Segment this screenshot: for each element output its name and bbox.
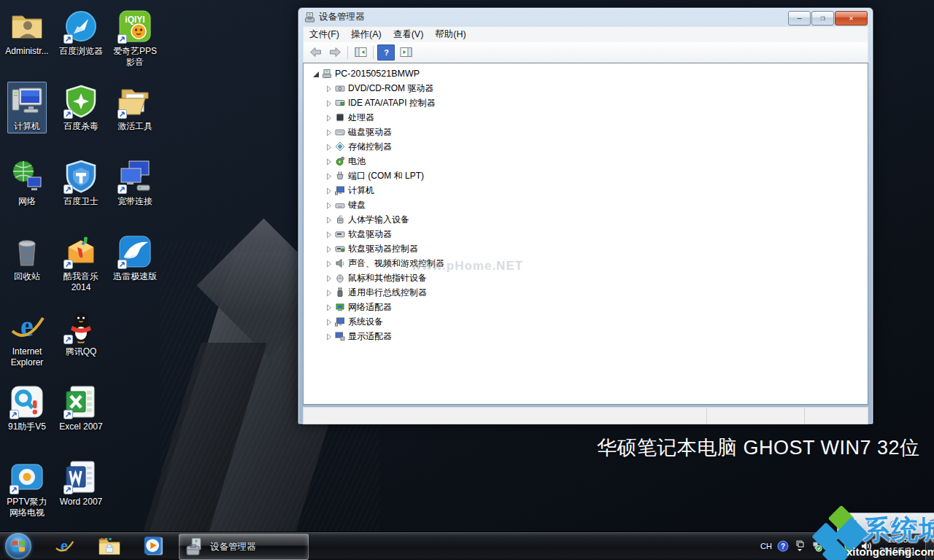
desktop-icon-excel[interactable]: Excel 2007 xyxy=(54,378,108,454)
tree-item-label[interactable]: DVD/CD-ROM 驱动器 xyxy=(348,82,433,95)
expander-collapsed-icon[interactable] xyxy=(325,187,333,194)
desktop-icon-iqiyi-pps[interactable]: iQIYI爱奇艺PPS影音 xyxy=(108,3,162,78)
tree-item-label[interactable]: 处理器 xyxy=(348,112,374,124)
desktop-icon-kuwo-music[interactable]: 酷我音乐 2014 xyxy=(54,228,108,303)
menu-item-2[interactable]: 查看(V) xyxy=(387,27,430,42)
tree-item-label[interactable]: 计算机 xyxy=(348,184,374,197)
usb-safely-remove-icon[interactable] xyxy=(811,540,822,552)
tree-row-cpu[interactable]: 处理器 xyxy=(304,110,868,125)
tree-row-floppy-ctrl[interactable]: 软盘驱动器控制器 xyxy=(304,241,868,256)
taskbar-explorer-icon[interactable] xyxy=(98,535,121,557)
tree-item-label[interactable]: 鼠标和其他指针设备 xyxy=(348,272,427,284)
tree-row-ports[interactable]: 端口 (COM 和 LPT) xyxy=(304,168,868,183)
desktop-icon-computer[interactable]: 计算机 xyxy=(0,78,54,153)
back-button[interactable] xyxy=(306,44,324,61)
tree-item-label[interactable]: 存储控制器 xyxy=(348,141,392,153)
expander-collapsed-icon[interactable] xyxy=(325,85,333,92)
tree-row-keyboard[interactable]: 键盘 xyxy=(304,198,868,212)
desktop-icon-baidu-browser[interactable]: 百度浏览器 xyxy=(54,3,108,78)
tree-row-root[interactable]: PC-20150521BMWP xyxy=(304,66,868,81)
pencil-icon[interactable]: ✎ xyxy=(909,518,919,529)
expander-collapsed-icon[interactable] xyxy=(325,143,333,150)
tree-item-label[interactable]: IDE ATA/ATAPI 控制器 xyxy=(348,97,436,109)
language-indicator[interactable]: CH xyxy=(760,542,772,551)
taskbar-active-task-device-manager[interactable]: 设备管理器 xyxy=(179,534,309,560)
expander-expanded-icon[interactable] xyxy=(312,70,320,77)
help-button[interactable]: ? xyxy=(377,44,395,61)
security-shield-red-icon[interactable] xyxy=(827,540,839,552)
tree-item-label[interactable]: 端口 (COM 和 LPT) xyxy=(348,170,424,182)
tree-row-disk[interactable]: 磁盘驱动器 xyxy=(304,125,868,139)
tree-row-hid[interactable]: 人体学输入设备 xyxy=(304,212,868,227)
desktop-icon-user-folder[interactable]: Administr... xyxy=(0,3,54,78)
expander-collapsed-icon[interactable] xyxy=(325,260,333,267)
expander-collapsed-icon[interactable] xyxy=(325,128,333,136)
tray-clock[interactable]: 15:45 2015/5/21 xyxy=(871,534,924,556)
ime-help-icon[interactable]: ? xyxy=(777,540,789,552)
expander-collapsed-icon[interactable] xyxy=(325,318,333,325)
desktop-icon-pptv[interactable]: PPTV聚力 网络电视 xyxy=(0,454,54,529)
chinese-mode-icon[interactable]: 中 xyxy=(867,518,878,529)
smiley-icon[interactable]: ☺ xyxy=(888,518,899,529)
tree-row-storage-ctrl[interactable]: 存储控制器 xyxy=(304,139,868,154)
taskbar-ie-icon[interactable]: e xyxy=(53,535,76,557)
tree-item-label[interactable]: 软盘驱动器 xyxy=(348,228,392,241)
expander-collapsed-icon[interactable] xyxy=(325,303,333,311)
expander-collapsed-icon[interactable] xyxy=(325,99,333,106)
desktop-icon-thunder[interactable]: 迅雷极速版 xyxy=(108,228,162,303)
tree-row-net-adapter[interactable]: 网络适配器 xyxy=(304,300,868,314)
tree-item-label[interactable]: 电池 xyxy=(348,155,366,168)
baidu-paw-icon[interactable] xyxy=(846,517,857,529)
tree-item-label[interactable]: 系统设备 xyxy=(348,316,383,328)
close-button[interactable]: ✕ xyxy=(835,11,868,26)
tree-row-usb[interactable]: 通用串行总线控制器 xyxy=(304,285,868,300)
taskbar-wmp-icon[interactable] xyxy=(142,535,165,557)
desktop-icon-baidu-guard[interactable]: 百度卫士 xyxy=(54,153,108,228)
expander-collapsed-icon[interactable] xyxy=(325,172,333,179)
forward-button[interactable] xyxy=(326,44,344,61)
menu-item-3[interactable]: 帮助(H) xyxy=(429,27,471,42)
tree-item-label[interactable]: 通用串行总线控制器 xyxy=(348,287,427,299)
desktop-icon-activation-folder[interactable]: 激活工具 xyxy=(108,78,162,153)
show-action-pane-button[interactable] xyxy=(397,44,414,61)
tree-item-label[interactable]: 磁盘驱动器 xyxy=(348,126,392,139)
expander-collapsed-icon[interactable] xyxy=(325,114,333,121)
tray-expand-icon[interactable] xyxy=(794,540,806,552)
maximize-button[interactable]: ❐ xyxy=(811,11,834,26)
start-button[interactable] xyxy=(5,533,31,559)
minimize-button[interactable]: — xyxy=(788,11,811,26)
desktop-icon-word[interactable]: Word 2007 xyxy=(54,454,108,529)
menu-item-0[interactable]: 文件(F) xyxy=(304,27,345,42)
expander-collapsed-icon[interactable] xyxy=(325,201,333,209)
expander-collapsed-icon[interactable] xyxy=(325,158,333,165)
desktop-icon-broadband[interactable]: 宽带连接 xyxy=(108,153,162,228)
tree-item-label[interactable]: 键盘 xyxy=(348,199,366,211)
desktop-icon-network[interactable]: 网络 xyxy=(0,153,54,228)
expander-collapsed-icon[interactable] xyxy=(325,245,333,252)
menu-item-1[interactable]: 操作(A) xyxy=(345,27,387,42)
expander-collapsed-icon[interactable] xyxy=(325,289,333,296)
show-console-tree-button[interactable] xyxy=(352,44,369,61)
desktop-icon-qq[interactable]: 腾讯QQ xyxy=(54,303,108,378)
desktop-icon-ie[interactable]: eInternet Explorer xyxy=(0,303,54,378)
tree-row-audio[interactable]: 声音、视频和游戏控制器 xyxy=(304,256,868,271)
tree-row-display-adapter[interactable]: 显示适配器 xyxy=(304,329,868,343)
expander-collapsed-icon[interactable] xyxy=(325,332,333,340)
title-bar[interactable]: 设备管理器 — ❐ ✕ xyxy=(298,8,873,26)
tree-row-floppy[interactable]: 软盘驱动器 xyxy=(304,227,868,241)
tree-row-sys-devices[interactable]: 系统设备 xyxy=(304,314,868,329)
tree-row-battery[interactable]: 电池 xyxy=(304,154,868,168)
tree-item-label[interactable]: PC-20150521BMWP xyxy=(335,69,420,79)
tree-row-mouse[interactable]: 鼠标和其他指针设备 xyxy=(304,271,868,285)
expander-collapsed-icon[interactable] xyxy=(325,230,333,238)
gear-icon[interactable]: ⚙ xyxy=(928,518,934,529)
tree-row-cdrom[interactable]: DVD/CD-ROM 驱动器 xyxy=(304,81,868,96)
expander-collapsed-icon[interactable] xyxy=(325,216,333,223)
desktop-icon-91-assistant[interactable]: 91助手V5 xyxy=(0,378,54,454)
desktop-icon-recycle-bin[interactable]: 回收站 xyxy=(0,228,54,303)
show-desktop-button[interactable] xyxy=(925,532,934,560)
expander-collapsed-icon[interactable] xyxy=(325,274,333,281)
tree-item-label[interactable]: 网络适配器 xyxy=(348,301,392,314)
security-shield-green-icon[interactable] xyxy=(844,540,856,552)
desktop-icon-baidu-antivirus[interactable]: 百度杀毒 xyxy=(54,78,108,153)
